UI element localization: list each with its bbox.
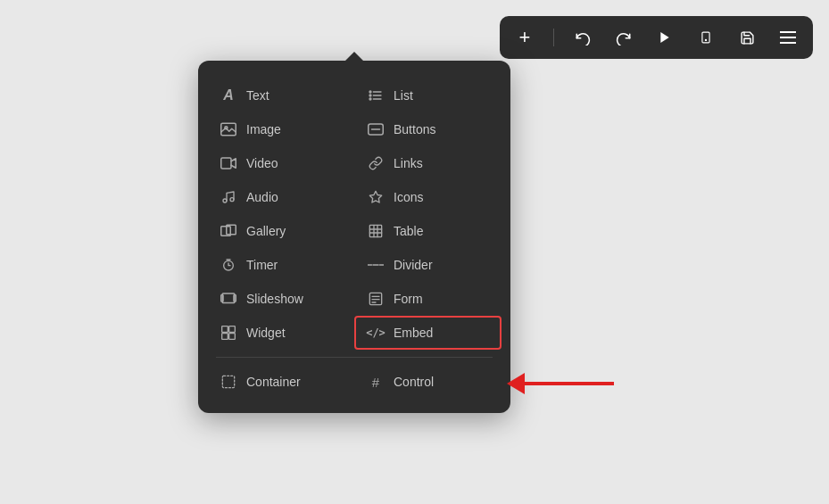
divider-icon: [367, 256, 385, 274]
menu-item-icons[interactable]: Icons: [354, 180, 502, 214]
menu-item-buttons-label: Buttons: [394, 122, 435, 136]
arrow-head: [507, 373, 525, 394]
menu-item-gallery[interactable]: Gallery: [207, 214, 354, 248]
menu-item-timer-label: Timer: [246, 258, 278, 272]
image-icon: [220, 120, 237, 138]
menu-separator: [216, 357, 493, 358]
mobile-button[interactable]: [693, 25, 718, 50]
svg-point-2: [705, 39, 706, 40]
audio-icon: [220, 188, 237, 206]
menu-item-widget-label: Widget: [246, 326, 286, 340]
toolbar-divider-1: [553, 29, 554, 46]
menu-item-table-label: Table: [394, 224, 423, 238]
menu-item-divider-label: Divider: [394, 258, 433, 272]
menu-item-list-label: List: [394, 88, 413, 103]
svg-rect-43: [222, 376, 234, 387]
svg-point-10: [369, 95, 371, 96]
container-icon: [220, 373, 237, 391]
menu-item-audio-label: Audio: [246, 190, 278, 204]
widget-icon: [220, 324, 237, 342]
menu-item-text-label: Text: [246, 88, 269, 103]
menu-item-image[interactable]: Image: [207, 112, 354, 146]
svg-point-11: [369, 98, 371, 100]
menu-item-audio[interactable]: Audio: [207, 180, 354, 214]
arrow-line: [525, 382, 614, 385]
play-button[interactable]: [652, 25, 677, 50]
table-icon: [367, 222, 385, 240]
menu-item-video[interactable]: Video: [207, 146, 354, 180]
slideshow-icon: [220, 290, 237, 308]
svg-rect-16: [221, 158, 231, 169]
svg-rect-41: [222, 334, 228, 340]
menu-item-buttons[interactable]: Buttons: [354, 112, 502, 146]
menu-item-divider[interactable]: Divider: [354, 248, 502, 282]
save-button[interactable]: [734, 25, 759, 50]
menu-item-links-label: Links: [394, 156, 423, 170]
menu-item-container-label: Container: [246, 375, 301, 389]
add-button[interactable]: +: [512, 25, 537, 50]
menu-item-control[interactable]: # Control: [354, 365, 502, 399]
svg-point-18: [230, 198, 234, 202]
undo-button[interactable]: [570, 25, 595, 50]
text-icon: A: [220, 87, 237, 104]
toolbar: +: [500, 16, 813, 59]
menu-item-form-label: Form: [394, 292, 423, 306]
svg-rect-39: [222, 326, 228, 333]
video-icon: [220, 154, 237, 172]
menu-item-slideshow[interactable]: Slideshow: [207, 282, 354, 316]
embed-icon: </>: [367, 324, 385, 342]
red-arrow: [509, 373, 614, 394]
menu-item-form[interactable]: Form: [354, 282, 502, 316]
buttons-icon: [367, 120, 385, 138]
menu-item-list[interactable]: List: [354, 78, 502, 112]
svg-rect-40: [229, 326, 236, 333]
menu-item-image-label: Image: [246, 122, 281, 136]
svg-rect-32: [222, 293, 235, 303]
svg-rect-42: [229, 334, 236, 340]
menu-item-container[interactable]: Container: [207, 365, 354, 399]
gallery-icon: [220, 222, 237, 240]
menu-item-control-label: Control: [394, 375, 434, 389]
timer-icon: [220, 256, 237, 274]
svg-point-17: [223, 199, 227, 202]
add-menu: A Text List Image: [198, 61, 510, 413]
menu-item-gallery-label: Gallery: [246, 224, 286, 238]
list-icon: [367, 87, 385, 104]
svg-marker-0: [660, 32, 668, 43]
menu-item-text[interactable]: A Text: [207, 78, 354, 112]
menu-item-links[interactable]: Links: [354, 146, 502, 180]
menu-item-video-label: Video: [246, 156, 278, 170]
menu-item-table[interactable]: Table: [354, 214, 502, 248]
svg-rect-22: [369, 225, 381, 236]
links-icon: [367, 154, 385, 172]
icons-icon: [367, 188, 385, 206]
menu-item-slideshow-label: Slideshow: [246, 292, 303, 306]
menu-grid: A Text List Image: [207, 78, 502, 399]
svg-point-9: [369, 91, 371, 93]
redo-button[interactable]: [611, 25, 636, 50]
menu-item-embed-label: Embed: [394, 326, 433, 340]
svg-marker-19: [369, 191, 381, 202]
menu-item-timer[interactable]: Timer: [207, 248, 354, 282]
control-icon: #: [367, 373, 385, 391]
hamburger-button[interactable]: [775, 25, 800, 50]
menu-item-widget[interactable]: Widget: [207, 316, 354, 350]
menu-item-icons-label: Icons: [394, 190, 423, 204]
menu-item-embed[interactable]: </> Embed: [354, 316, 502, 350]
form-icon: [367, 290, 385, 308]
